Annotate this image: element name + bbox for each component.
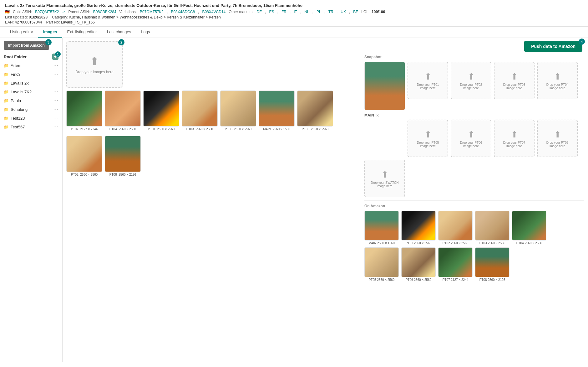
- amazon-main-slot[interactable]: MAIN 2560 × 1560: [364, 211, 399, 245]
- amazon-pt03-slot[interactable]: PT03 2560 × 2560: [475, 211, 509, 245]
- amazon-pt06-slot[interactable]: PT06 2560 × 2560: [401, 247, 436, 282]
- market-tr[interactable]: TR: [328, 10, 333, 14]
- amazon-pt02-slot[interactable]: PT02 2560 × 2560: [438, 211, 473, 245]
- market-be[interactable]: BE: [353, 10, 358, 14]
- market-fr[interactable]: FR: [281, 10, 286, 14]
- snapshot-pt01-slot[interactable]: ⬆ Drop your PT01image here: [408, 62, 448, 99]
- right-panel: Push data to Amazon 4 Snapshot ⬆ Drop yo…: [360, 38, 588, 362]
- image-slot-pt02[interactable]: PT02 2560 × 2560: [66, 136, 102, 176]
- pt06-drop-label: Drop your PT06image here: [460, 141, 482, 148]
- amazon-main-label: MAIN 2560 × 1560: [364, 241, 399, 245]
- market-uk[interactable]: UK: [341, 10, 346, 14]
- amazon-pt01-slot[interactable]: PT01 2560 × 2560: [401, 211, 436, 245]
- folder-more-icon[interactable]: ···: [53, 63, 58, 68]
- snapshot-pt06-slot[interactable]: ⬆ Drop your PT06image here: [451, 120, 491, 157]
- folder-icon: 📁: [4, 98, 9, 103]
- folder-item-test567[interactable]: 📁 Test567 ···: [0, 122, 62, 131]
- market-it[interactable]: IT: [294, 10, 297, 14]
- flag-icon: 🇩🇪: [5, 10, 10, 14]
- folder-more-icon[interactable]: ···: [53, 106, 58, 112]
- swatch-drop-label: Drop your SWATCH image here: [365, 181, 404, 188]
- folder-name: Lavalis 2x: [11, 81, 29, 85]
- folder-more-icon[interactable]: ···: [53, 71, 58, 77]
- image-slot-pt05[interactable]: PT05 2560 × 2560: [220, 90, 256, 131]
- amazon-pt01-label: PT01 2560 × 2560: [401, 241, 436, 245]
- image-slot-pt01[interactable]: PT01 2560 × 2560: [143, 90, 179, 131]
- pt04-drop-label: Drop your PT04image here: [546, 83, 569, 90]
- parent-asin-label: Parent ASIN:: [68, 10, 90, 14]
- center-content: ⬆ Drop your images here 2 PT07 2127 × 22…: [63, 38, 360, 362]
- snapshot-pt05-slot[interactable]: ⬆ Drop your PT05image here: [408, 120, 448, 157]
- pt08-drop-label: Drop your PT08image here: [546, 141, 569, 148]
- folder-more-icon[interactable]: ···: [53, 89, 58, 95]
- external-link-icon: ↗: [62, 10, 65, 14]
- snapshot-pt08-slot[interactable]: ⬆ Drop your PT08image here: [537, 120, 578, 157]
- snapshot-pt07-slot[interactable]: ⬆ Drop your PT07image here: [494, 120, 535, 157]
- tab-ext-listing[interactable]: Ext. listing editor: [62, 27, 102, 38]
- market-pl[interactable]: PL: [317, 10, 321, 14]
- image-grid-row1: PT07 2127 × 2244 PT04 2560 × 2560 PT01 2…: [66, 90, 356, 176]
- market-nl[interactable]: NL: [304, 10, 309, 14]
- amazon-pt05-label: PT05 2560 × 2560: [364, 278, 399, 282]
- folder-item-lavalis2x[interactable]: 📁 Lavalis 2x ···: [0, 79, 62, 87]
- image-slot-pt08[interactable]: PT08 2560 × 2126: [105, 136, 141, 176]
- variation-2[interactable]: B08X4SDCC8: [171, 10, 195, 14]
- main-x-button[interactable]: x: [377, 113, 379, 118]
- folder-item-test123[interactable]: 📁 Test123 ···: [0, 114, 62, 122]
- folder-more-icon[interactable]: ···: [53, 124, 58, 130]
- snapshot-pt04-slot[interactable]: ⬆ Drop your PT04image here: [537, 62, 578, 99]
- folder-item-schulung[interactable]: 📁 Schulung ···: [0, 105, 62, 114]
- folder-icon: 📁: [4, 72, 9, 77]
- market-es[interactable]: ES: [269, 10, 274, 14]
- amazon-pt04-slot[interactable]: PT04 2560 × 2560: [512, 211, 546, 245]
- snapshot-title: Snapshot: [364, 55, 584, 59]
- pt07-drop-label: Drop your PT07image here: [503, 141, 525, 148]
- tab-logs[interactable]: Logs: [136, 27, 155, 38]
- amazon-pt08-slot[interactable]: PT08 2560 × 2126: [475, 247, 509, 282]
- amazon-pt07-slot[interactable]: PT07 2127 × 2244: [438, 247, 473, 282]
- child-asin-link[interactable]: B07QMT57K2: [35, 10, 59, 14]
- image-slot-pt07[interactable]: PT07 2127 × 2244: [66, 90, 102, 131]
- import-from-amazon-button[interactable]: Import from Amazon: [4, 41, 49, 50]
- variation-3[interactable]: B08X4VCD14: [202, 10, 226, 14]
- tab-images[interactable]: Images: [38, 27, 62, 38]
- tab-last-changes[interactable]: Last changes: [102, 27, 136, 38]
- upload-cloud-icon: ⬆: [554, 129, 561, 140]
- push-data-to-amazon-button[interactable]: Push data to Amazon: [524, 41, 582, 52]
- snapshot-main-image[interactable]: [364, 62, 405, 110]
- folder-name: Schulung: [11, 107, 28, 112]
- image-slot-pt04[interactable]: PT04 2560 × 2560: [105, 90, 141, 131]
- snapshot-pt03-slot[interactable]: ⬆ Drop your PT03image here: [494, 62, 535, 99]
- pt05-drop-label: Drop your PT05image here: [417, 141, 439, 148]
- amazon-pt07-label: PT07 2127 × 2244: [438, 278, 473, 282]
- drop-zone-badge: 2: [118, 39, 124, 45]
- folder-item-lavalis7k2[interactable]: 📁 Lavalis 7K2 ···: [0, 87, 62, 96]
- image-drop-zone[interactable]: ⬆ Drop your images here 2: [66, 41, 123, 88]
- upload-cloud-icon: ⬆: [468, 129, 475, 140]
- image-slot-pt03[interactable]: PT03 2560 × 2560: [182, 90, 218, 131]
- header-meta-row3: EAN: 4270000157844 Part No: Lavalis_FS_T…: [5, 20, 583, 24]
- image-slot-pt06[interactable]: PT06 2560 × 2560: [297, 90, 333, 131]
- sidebar: Import from Amazon 3 Root Folder + 1 📁 A…: [0, 38, 63, 362]
- folder-more-icon[interactable]: ···: [53, 98, 58, 103]
- variation-1[interactable]: B07QMT57K2: [140, 10, 164, 14]
- amazon-pt05-slot[interactable]: PT05 2560 × 2560: [364, 247, 399, 282]
- image-slot-main[interactable]: MAIN 2560 × 1560: [259, 90, 295, 131]
- image-label-pt05: PT05 2560 × 2560: [220, 127, 256, 131]
- folder-item-finc3[interactable]: 📁 Finc3 ···: [0, 70, 62, 79]
- upload-cloud-icon: ⬆: [468, 71, 475, 82]
- folder-item-paula[interactable]: 📁 Paula ···: [0, 96, 62, 105]
- tab-listing-editor[interactable]: Listing editor: [5, 27, 38, 38]
- folder-more-icon[interactable]: ···: [53, 115, 58, 121]
- root-folder-label: Root Folder: [4, 54, 27, 59]
- folder-item-artem[interactable]: 📁 Artem ···: [0, 61, 62, 70]
- upload-cloud-icon: ⬆: [424, 71, 432, 82]
- folder-icon: 📁: [4, 116, 9, 121]
- parent-asin-link[interactable]: B08CBBK28J: [93, 10, 116, 14]
- swatch-drop-slot[interactable]: ⬆ Drop your SWATCH image here: [364, 160, 405, 197]
- folder-name: Test567: [11, 125, 25, 129]
- market-de[interactable]: DE: [257, 10, 262, 14]
- folder-more-icon[interactable]: ···: [53, 80, 58, 86]
- snapshot-pt02-slot[interactable]: ⬆ Drop your PT02image here: [451, 62, 491, 99]
- upload-cloud-icon: ⬆: [554, 71, 561, 82]
